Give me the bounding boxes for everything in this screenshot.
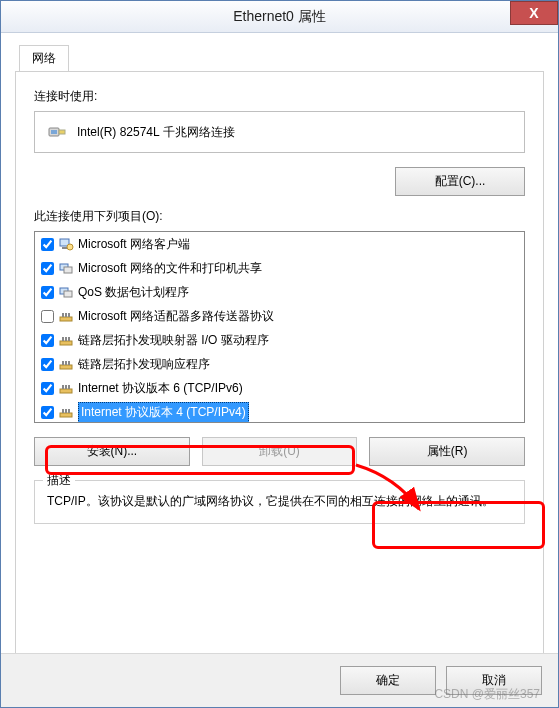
svg-rect-17 bbox=[68, 337, 70, 341]
service-icon bbox=[58, 260, 74, 276]
protocol-icon bbox=[58, 332, 74, 348]
item-label: Microsoft 网络的文件和打印机共享 bbox=[78, 260, 262, 277]
svg-rect-13 bbox=[68, 313, 70, 317]
properties-button[interactable]: 属性(R) bbox=[369, 437, 525, 466]
item-checkbox[interactable] bbox=[41, 406, 54, 419]
item-label: Internet 协议版本 6 (TCP/IPv6) bbox=[78, 380, 243, 397]
svg-rect-10 bbox=[60, 317, 72, 321]
item-buttons-row: 安装(N)... 卸载(U) 属性(R) bbox=[34, 437, 525, 466]
svg-rect-23 bbox=[62, 385, 64, 389]
protocol-icon bbox=[58, 380, 74, 396]
svg-rect-4 bbox=[62, 247, 67, 249]
service-icon bbox=[58, 284, 74, 300]
window-title: Ethernet0 属性 bbox=[233, 8, 326, 26]
dialog-footer: 确定 取消 bbox=[1, 653, 558, 707]
svg-rect-22 bbox=[60, 389, 72, 393]
tab-strip: 网络 bbox=[15, 44, 544, 71]
svg-point-5 bbox=[67, 244, 73, 250]
network-adapter-icon bbox=[47, 122, 67, 142]
adapter-name: Intel(R) 82574L 千兆网络连接 bbox=[77, 124, 235, 141]
properties-dialog: Ethernet0 属性 X 网络 连接时使用: In bbox=[0, 0, 559, 708]
titlebar: Ethernet0 属性 X bbox=[1, 1, 558, 33]
item-checkbox[interactable] bbox=[41, 262, 54, 275]
item-checkbox[interactable] bbox=[41, 238, 54, 251]
item-label: 链路层拓扑发现映射器 I/O 驱动程序 bbox=[78, 332, 269, 349]
cancel-button[interactable]: 取消 bbox=[446, 666, 542, 695]
uninstall-button: 卸载(U) bbox=[202, 437, 358, 466]
tab-content: 连接时使用: Intel(R) 82574L 千兆网络连接 配置(C)... 此… bbox=[16, 71, 543, 540]
close-icon: X bbox=[529, 5, 538, 21]
svg-rect-21 bbox=[68, 361, 70, 365]
svg-rect-19 bbox=[62, 361, 64, 365]
connection-items-list[interactable]: Microsoft 网络客户端Microsoft 网络的文件和打印机共享QoS … bbox=[34, 231, 525, 423]
description-text: TCP/IP。该协议是默认的广域网络协议，它提供在不同的相互连接的网络上的通讯。 bbox=[47, 491, 512, 511]
protocol-icon bbox=[58, 404, 74, 420]
item-checkbox[interactable] bbox=[41, 310, 54, 323]
svg-rect-26 bbox=[60, 413, 72, 417]
dialog-body: 网络 连接时使用: Intel(R) 82574L 千兆网络连接 配置(C)..… bbox=[1, 33, 558, 679]
list-item[interactable]: Microsoft 网络适配器多路传送器协议 bbox=[35, 304, 524, 328]
list-item[interactable]: 链路层拓扑发现响应程序 bbox=[35, 352, 524, 376]
item-checkbox[interactable] bbox=[41, 358, 54, 371]
tab-network[interactable]: 网络 bbox=[19, 45, 69, 72]
item-checkbox[interactable] bbox=[41, 334, 54, 347]
configure-button[interactable]: 配置(C)... bbox=[395, 167, 525, 196]
install-button[interactable]: 安装(N)... bbox=[34, 437, 190, 466]
svg-rect-12 bbox=[65, 313, 67, 317]
list-item[interactable]: Internet 协议版本 6 (TCP/IPv6) bbox=[35, 376, 524, 400]
list-item[interactable]: Internet 协议版本 4 (TCP/IPv4) bbox=[35, 400, 524, 423]
svg-rect-28 bbox=[65, 409, 67, 413]
svg-rect-18 bbox=[60, 365, 72, 369]
svg-rect-27 bbox=[62, 409, 64, 413]
list-item[interactable]: Microsoft 网络的文件和打印机共享 bbox=[35, 256, 524, 280]
svg-rect-25 bbox=[68, 385, 70, 389]
connect-using-label: 连接时使用: bbox=[34, 88, 525, 105]
protocol-icon bbox=[58, 356, 74, 372]
items-label: 此连接使用下列项目(O): bbox=[34, 208, 525, 225]
svg-rect-16 bbox=[65, 337, 67, 341]
protocol-icon bbox=[58, 308, 74, 324]
ok-button[interactable]: 确定 bbox=[340, 666, 436, 695]
inner-panel: 连接时使用: Intel(R) 82574L 千兆网络连接 配置(C)... 此… bbox=[15, 71, 544, 679]
item-checkbox[interactable] bbox=[41, 382, 54, 395]
svg-rect-24 bbox=[65, 385, 67, 389]
close-button[interactable]: X bbox=[510, 1, 558, 25]
client-icon bbox=[58, 236, 74, 252]
item-label: Internet 协议版本 4 (TCP/IPv4) bbox=[78, 402, 249, 423]
svg-rect-9 bbox=[64, 291, 72, 297]
item-label: Microsoft 网络客户端 bbox=[78, 236, 190, 253]
svg-rect-1 bbox=[51, 130, 57, 134]
item-label: 链路层拓扑发现响应程序 bbox=[78, 356, 210, 373]
item-label: QoS 数据包计划程序 bbox=[78, 284, 189, 301]
svg-rect-11 bbox=[62, 313, 64, 317]
svg-rect-29 bbox=[68, 409, 70, 413]
list-item[interactable]: Microsoft 网络客户端 bbox=[35, 232, 524, 256]
adapter-box: Intel(R) 82574L 千兆网络连接 bbox=[34, 111, 525, 153]
list-item[interactable]: QoS 数据包计划程序 bbox=[35, 280, 524, 304]
description-group: 描述 TCP/IP。该协议是默认的广域网络协议，它提供在不同的相互连接的网络上的… bbox=[34, 480, 525, 524]
item-checkbox[interactable] bbox=[41, 286, 54, 299]
item-label: Microsoft 网络适配器多路传送器协议 bbox=[78, 308, 274, 325]
list-item[interactable]: 链路层拓扑发现映射器 I/O 驱动程序 bbox=[35, 328, 524, 352]
svg-rect-7 bbox=[64, 267, 72, 273]
svg-rect-15 bbox=[62, 337, 64, 341]
svg-rect-14 bbox=[60, 341, 72, 345]
description-legend: 描述 bbox=[43, 472, 75, 489]
svg-rect-2 bbox=[59, 130, 65, 134]
svg-rect-20 bbox=[65, 361, 67, 365]
